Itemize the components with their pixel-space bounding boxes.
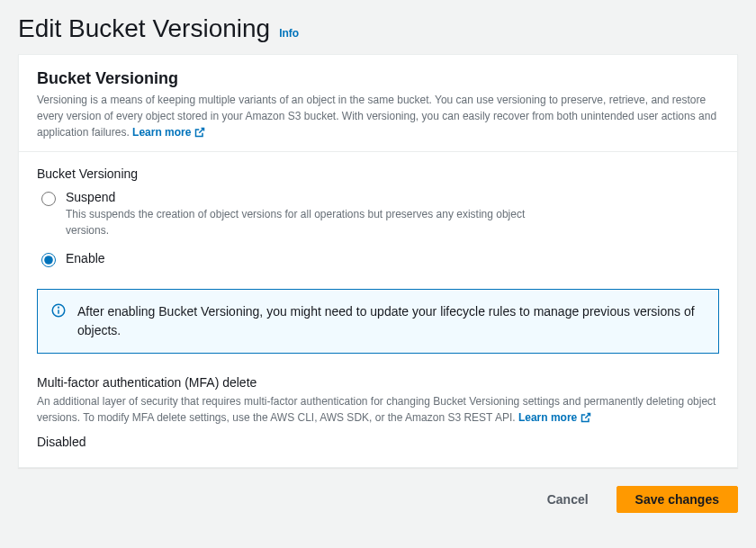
mfa-learn-more-link[interactable]: Learn more [518,409,591,426]
external-link-icon [194,127,205,138]
info-link[interactable]: Info [279,27,299,40]
panel-title: Bucket Versioning [37,69,719,88]
panel-learn-more-link[interactable]: Learn more [132,124,205,140]
mfa-delete-value: Disabled [37,435,719,449]
save-changes-button[interactable]: Save changes [616,486,738,513]
learn-more-label: Learn more [132,124,191,140]
info-icon [50,302,67,319]
radio-suspend[interactable] [41,192,56,206]
radio-enable-label: Enable [66,251,105,265]
versioning-radio-group: Suspend This suspends the creation of ob… [37,190,719,267]
page-footer: Cancel Save changes [18,486,738,513]
mfa-description: An additional layer of security that req… [37,393,719,426]
external-link-icon [580,412,591,423]
svg-point-2 [58,307,59,308]
panel-description: Versioning is a means of keeping multipl… [37,92,719,140]
radio-item-suspend[interactable]: Suspend This suspends the creation of ob… [37,190,719,238]
alert-text: After enabling Bucket Versioning, you mi… [77,304,695,337]
versioning-section-label: Bucket Versioning [37,166,719,181]
panel-header: Bucket Versioning Versioning is a means … [19,55,737,152]
learn-more-label: Learn more [518,409,577,426]
radio-item-enable[interactable]: Enable [37,251,719,267]
radio-suspend-description: This suspends the creation of object ver… [66,206,570,238]
panel-body: Bucket Versioning Suspend This suspends … [19,152,737,467]
mfa-title: Multi-factor authentication (MFA) delete [37,375,719,390]
versioning-info-alert: After enabling Bucket Versioning, you mi… [37,289,719,354]
mfa-description-text: An additional layer of security that req… [37,395,716,424]
page-title: Edit Bucket Versioning [18,14,270,43]
radio-enable[interactable] [41,253,56,267]
bucket-versioning-panel: Bucket Versioning Versioning is a means … [18,54,738,468]
mfa-delete-section: Multi-factor authentication (MFA) delete… [37,375,719,449]
cancel-button[interactable]: Cancel [528,486,608,513]
radio-suspend-label: Suspend [66,190,570,204]
page-header: Edit Bucket Versioning Info [18,14,738,43]
